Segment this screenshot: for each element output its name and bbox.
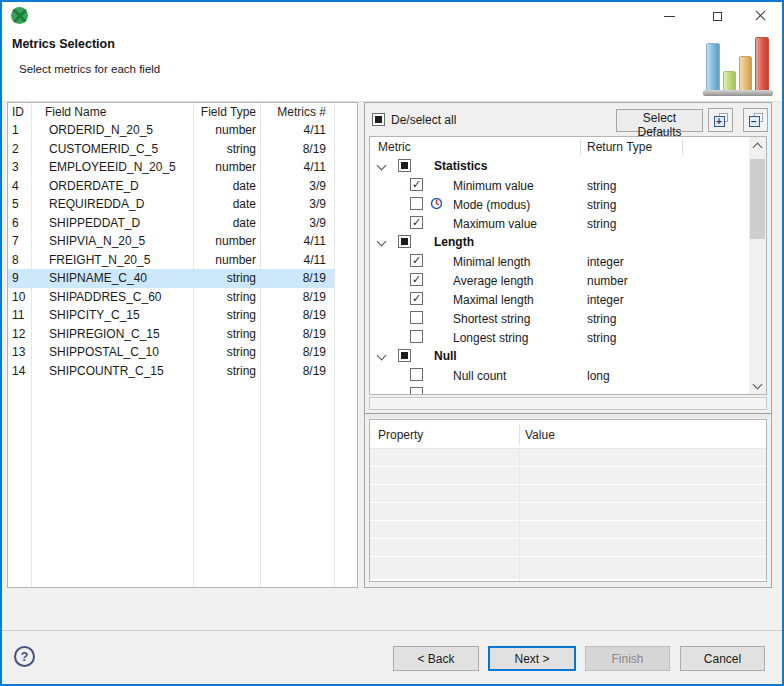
cell: date bbox=[193, 177, 260, 196]
cell: 3/9 bbox=[260, 195, 334, 214]
tree-metric-row[interactable]: ✓Maximal lengthinteger bbox=[370, 290, 749, 309]
next-button[interactable]: Next > bbox=[488, 646, 576, 671]
scroll-up-icon[interactable] bbox=[749, 137, 766, 154]
cell: 10 bbox=[8, 288, 31, 307]
cell: SHIPCOUNTR_C_15 bbox=[31, 362, 193, 381]
deselect-all-checkbox[interactable] bbox=[372, 113, 385, 126]
metric-checkbox[interactable] bbox=[410, 368, 423, 381]
property-row[interactable] bbox=[370, 539, 766, 557]
group-checkbox[interactable] bbox=[398, 235, 411, 248]
table-row[interactable]: 2CUSTOMERID_C_5string8/19 bbox=[8, 140, 334, 159]
cell: 4/11 bbox=[260, 232, 334, 251]
group-checkbox[interactable] bbox=[398, 349, 411, 362]
cell: 8/19 bbox=[260, 362, 334, 381]
property-row[interactable] bbox=[370, 503, 766, 521]
tree-metric-row[interactable]: ✓Average lengthnumber bbox=[370, 271, 749, 290]
cancel-button[interactable]: Cancel bbox=[680, 646, 765, 671]
metric-label: Mode (modus) bbox=[453, 198, 530, 212]
tree-group-row[interactable]: Statistics bbox=[370, 157, 749, 176]
table-row[interactable]: 9SHIPNAME_C_40string8/19 bbox=[8, 269, 334, 288]
cell: 8/19 bbox=[260, 343, 334, 362]
tree-metric-row[interactable]: Longest stringstring bbox=[370, 328, 749, 347]
panel-splitter[interactable] bbox=[365, 413, 771, 418]
cell: SHIPVIA_N_20_5 bbox=[31, 232, 193, 251]
table-row[interactable]: 10SHIPADDRES_C_60string8/19 bbox=[8, 288, 334, 307]
metric-checkbox[interactable] bbox=[410, 387, 423, 394]
close-button[interactable] bbox=[738, 2, 783, 30]
column-header-id[interactable]: ID bbox=[8, 103, 31, 121]
column-header-return-type[interactable]: Return Type bbox=[587, 140, 652, 154]
tree-metric-row[interactable]: ✓Maximum valuestring bbox=[370, 214, 749, 233]
tree-vertical-scrollbar[interactable] bbox=[749, 137, 766, 394]
cell: 1 bbox=[8, 121, 31, 140]
property-row[interactable] bbox=[370, 521, 766, 539]
chevron-down-icon[interactable] bbox=[377, 162, 386, 171]
cell: number bbox=[193, 121, 260, 140]
metric-checkbox[interactable] bbox=[410, 330, 423, 343]
metric-return-type: long bbox=[587, 369, 610, 383]
minimize-button[interactable] bbox=[647, 2, 692, 30]
property-row[interactable] bbox=[370, 467, 766, 485]
table-row[interactable]: 13SHIPPOSTAL_C_10string8/19 bbox=[8, 343, 334, 362]
metric-checkbox[interactable]: ✓ bbox=[410, 273, 423, 286]
help-icon[interactable]: ? bbox=[14, 646, 35, 667]
table-row[interactable]: 8FREIGHT_N_20_5number4/11 bbox=[8, 251, 334, 270]
column-header-name[interactable]: Field Name bbox=[31, 103, 193, 121]
table-row[interactable]: 14SHIPCOUNTR_C_15string8/19 bbox=[8, 362, 334, 381]
cell: CUSTOMERID_C_5 bbox=[31, 140, 193, 159]
metric-label: Minimum value bbox=[453, 179, 534, 193]
table-row[interactable]: 11SHIPCITY_C_15string8/19 bbox=[8, 306, 334, 325]
app-logo-icon bbox=[11, 7, 28, 24]
metric-checkbox[interactable]: ✓ bbox=[410, 178, 423, 191]
table-row[interactable]: 6SHIPPEDDAT_Ddate3/9 bbox=[8, 214, 334, 233]
back-button[interactable]: < Back bbox=[393, 646, 479, 671]
column-separator bbox=[682, 139, 683, 155]
table-row[interactable]: 5REQUIREDDA_Ddate3/9 bbox=[8, 195, 334, 214]
metric-checkbox[interactable]: ✓ bbox=[410, 254, 423, 267]
scroll-down-icon[interactable] bbox=[749, 377, 766, 394]
metric-checkbox[interactable]: ✓ bbox=[410, 292, 423, 305]
metric-checkbox[interactable] bbox=[410, 311, 423, 324]
deselect-all-label: De/select all bbox=[391, 113, 456, 127]
tree-group-label: Null bbox=[434, 349, 457, 363]
clock-icon bbox=[430, 197, 443, 210]
expand-all-button[interactable]: + bbox=[708, 108, 733, 132]
column-header-metrics[interactable]: Metrics # bbox=[260, 103, 334, 121]
collapse-all-button[interactable]: − bbox=[743, 108, 768, 132]
maximize-button[interactable] bbox=[695, 2, 740, 30]
tree-group-row[interactable]: Null bbox=[370, 347, 749, 366]
tree-metric-row[interactable]: Shortest stringstring bbox=[370, 309, 749, 328]
select-defaults-button[interactable]: Select Defaults bbox=[616, 109, 703, 132]
metric-checkbox[interactable]: ✓ bbox=[410, 216, 423, 229]
table-row[interactable]: 7SHIPVIA_N_20_5number4/11 bbox=[8, 232, 334, 251]
tree-metric-row[interactable]: ✓Minimum valuestring bbox=[370, 176, 749, 195]
tree-metric-row[interactable]: ✓Minimal lengthinteger bbox=[370, 252, 749, 271]
metric-checkbox[interactable] bbox=[410, 197, 423, 210]
property-row[interactable] bbox=[370, 485, 766, 503]
scrollbar-thumb[interactable] bbox=[750, 159, 765, 239]
cell: date bbox=[193, 195, 260, 214]
tree-metric-row[interactable]: Null countlong bbox=[370, 366, 749, 385]
cell: SHIPREGION_C_15 bbox=[31, 325, 193, 344]
chevron-down-icon[interactable] bbox=[377, 352, 386, 361]
table-row[interactable]: 1ORDERID_N_20_5number4/11 bbox=[8, 121, 334, 140]
metric-label: Shortest string bbox=[453, 312, 530, 326]
column-header-type[interactable]: Field Type bbox=[193, 103, 260, 121]
column-header-value[interactable]: Value bbox=[525, 428, 555, 442]
tree-group-row[interactable]: Length bbox=[370, 233, 749, 252]
table-row[interactable]: 3EMPLOYEEID_N_20_5number4/11 bbox=[8, 158, 334, 177]
table-row[interactable]: 12SHIPREGION_C_15string8/19 bbox=[8, 325, 334, 344]
tree-metric-row[interactable] bbox=[370, 385, 749, 394]
metrics-selection-dialog: Metrics Selection Select metrics for eac… bbox=[0, 0, 784, 686]
chevron-down-icon[interactable] bbox=[377, 238, 386, 247]
cell: string bbox=[193, 325, 260, 344]
column-header-metric[interactable]: Metric bbox=[378, 140, 411, 154]
column-header-property[interactable]: Property bbox=[378, 428, 423, 442]
table-row[interactable]: 4ORDERDATE_Ddate3/9 bbox=[8, 177, 334, 196]
tree-horizontal-scrollbar[interactable] bbox=[369, 397, 767, 410]
tree-metric-row[interactable]: Mode (modus)string bbox=[370, 195, 749, 214]
group-checkbox[interactable] bbox=[398, 159, 411, 172]
metric-return-type: number bbox=[587, 274, 628, 288]
property-row[interactable] bbox=[370, 449, 766, 467]
property-table: Property Value bbox=[369, 419, 767, 582]
